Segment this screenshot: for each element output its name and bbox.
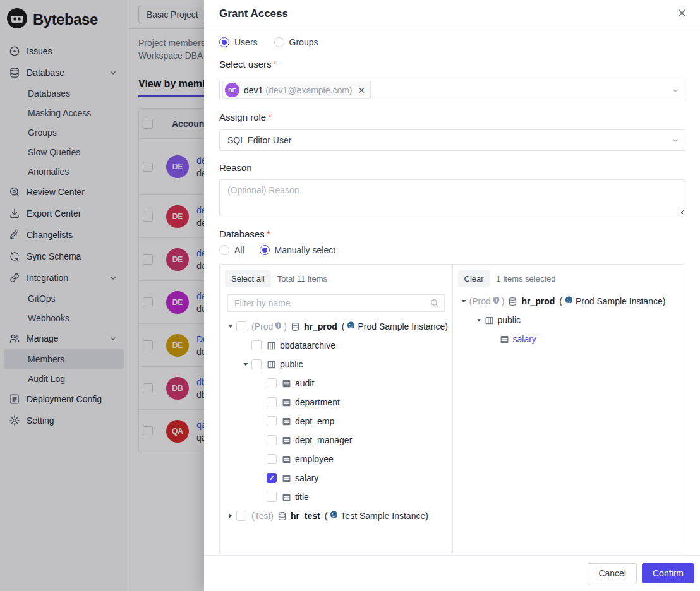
node-label: dept_manager: [295, 435, 352, 445]
node-label: public: [280, 359, 303, 369]
database-scope-option-all[interactable]: All: [219, 245, 244, 255]
modal-title: Grant Access: [219, 8, 674, 20]
filter-by-name-input[interactable]: [227, 294, 445, 312]
radio-label: Groups: [289, 37, 318, 47]
tree-node-hr_prod[interactable]: (Prod)hr_prod(Prod Sample Instance): [222, 317, 452, 336]
tree-checkbox[interactable]: ✓: [267, 473, 277, 483]
node-label: public: [498, 315, 521, 325]
tree-node-public[interactable]: public: [222, 355, 452, 374]
clear-button[interactable]: Clear: [458, 270, 490, 287]
required-asterisk: *: [268, 112, 272, 122]
table-icon: [282, 417, 291, 426]
tree-checkbox[interactable]: [267, 416, 277, 426]
postgresql-icon: [564, 296, 574, 307]
databases-label: Databases*: [219, 229, 685, 239]
table-icon: [282, 492, 291, 502]
environment-tag: (Test): [251, 511, 274, 521]
select-users-label: Select users*: [219, 59, 685, 69]
radio-label: All: [234, 245, 244, 255]
database-picker-source-panel: Select all Total 11 items (Prod)hr_prod(…: [220, 265, 453, 554]
modal-header: Grant Access: [204, 0, 700, 28]
node-label: hr_test: [291, 511, 320, 521]
caret-down-icon[interactable]: [458, 298, 469, 304]
schema-icon: [267, 341, 276, 350]
tree-checkbox[interactable]: [236, 511, 246, 521]
tree-checkbox[interactable]: [236, 321, 246, 331]
tree-node-hr_prod[interactable]: (Prod)hr_prod(Prod Sample Instance): [456, 292, 685, 311]
tree-checkbox[interactable]: [267, 454, 277, 464]
reason-label: Reason: [219, 162, 685, 173]
node-label: hr_prod: [304, 321, 337, 331]
tree-node-employee[interactable]: employee: [222, 450, 452, 469]
cancel-button[interactable]: Cancel: [588, 563, 637, 583]
close-icon[interactable]: [674, 5, 690, 23]
radio-icon[interactable]: [219, 37, 229, 47]
node-label: employee: [295, 454, 334, 464]
schema-icon: [485, 316, 494, 325]
tree-node-hr_test[interactable]: (Test)hr_test(Test Sample Instance): [222, 506, 452, 525]
chevron-down-icon: [672, 87, 679, 94]
tree-checkbox[interactable]: [251, 340, 262, 350]
shield-icon: [492, 296, 500, 306]
instance-tag: (Test Sample Instance): [325, 510, 428, 522]
selected-items-count: 1 items selected: [497, 274, 556, 284]
radio-label: Manually select: [275, 245, 336, 255]
database-scope-radio-group: AllManually select: [219, 245, 685, 255]
table-icon: [282, 379, 291, 388]
tree-node-salary[interactable]: ✓salary: [222, 469, 452, 487]
table-icon: [500, 335, 509, 344]
database-selected-tree: (Prod)hr_prod(Prod Sample Instance)publi…: [453, 287, 685, 554]
member-type-option-users[interactable]: Users: [219, 37, 258, 47]
node-label: salary: [513, 334, 536, 344]
confirm-button[interactable]: Confirm: [642, 563, 694, 583]
select-all-button[interactable]: Select all: [225, 270, 271, 287]
tree-checkbox[interactable]: [267, 492, 277, 502]
node-label: department: [295, 397, 340, 407]
radio-label: Users: [234, 37, 258, 47]
member-type-option-groups[interactable]: Groups: [274, 37, 318, 47]
assign-role-label: Assign role*: [219, 112, 685, 122]
tree-node-title[interactable]: title: [222, 487, 452, 506]
radio-icon[interactable]: [219, 245, 229, 255]
database-icon: [508, 297, 517, 306]
filter-field: [227, 294, 445, 312]
radio-icon[interactable]: [274, 37, 284, 47]
tree-checkbox[interactable]: [267, 435, 277, 445]
total-items-count: Total 11 items: [277, 274, 327, 284]
required-asterisk: *: [274, 59, 277, 69]
database-picker-selected-panel: Clear 1 items selected (Prod)hr_prod(Pro…: [453, 265, 685, 554]
table-icon: [282, 398, 291, 407]
node-label: salary: [295, 473, 318, 483]
node-label: dept_emp: [295, 416, 334, 426]
tree-node-audit[interactable]: audit: [222, 374, 452, 393]
reason-textarea[interactable]: [219, 179, 685, 215]
instance-tag: (Prod Sample Instance): [342, 321, 448, 332]
database-source-tree: (Prod)hr_prod(Prod Sample Instance)bbdat…: [220, 313, 452, 554]
avatar: DE: [225, 83, 239, 97]
tree-node-dept_emp[interactable]: dept_emp: [222, 412, 452, 431]
caret-down-icon[interactable]: [240, 361, 251, 367]
select-users-input[interactable]: DE dev1 (dev1@example.com) ✕: [219, 80, 685, 100]
required-asterisk: *: [267, 229, 270, 239]
caret-right-icon[interactable]: [225, 513, 236, 519]
caret-down-icon[interactable]: [473, 317, 485, 323]
node-label: audit: [295, 378, 314, 388]
caret-down-icon[interactable]: [225, 323, 236, 330]
environment-tag: (Prod): [251, 321, 287, 331]
radio-icon[interactable]: [260, 245, 270, 255]
assign-role-select[interactable]: SQL Editor User: [219, 129, 685, 151]
tree-node-dept_manager[interactable]: dept_manager: [222, 431, 452, 450]
database-scope-option-manually-select[interactable]: Manually select: [260, 245, 336, 255]
tree-node-salary[interactable]: salary: [456, 330, 685, 349]
tree-node-public[interactable]: public: [456, 311, 685, 330]
tree-node-bbdataarchive[interactable]: bbdataarchive: [222, 336, 452, 355]
tree-node-department[interactable]: department: [222, 393, 452, 412]
grant-access-modal: Grant Access UsersGroups Select users* D…: [204, 0, 700, 591]
postgresql-icon: [329, 510, 339, 522]
shield-icon: [274, 321, 282, 331]
tree-checkbox[interactable]: [251, 359, 262, 369]
tree-checkbox[interactable]: [267, 378, 277, 388]
tree-checkbox[interactable]: [267, 397, 277, 407]
node-label: hr_prod: [521, 296, 555, 306]
remove-user-icon[interactable]: ✕: [357, 85, 366, 95]
